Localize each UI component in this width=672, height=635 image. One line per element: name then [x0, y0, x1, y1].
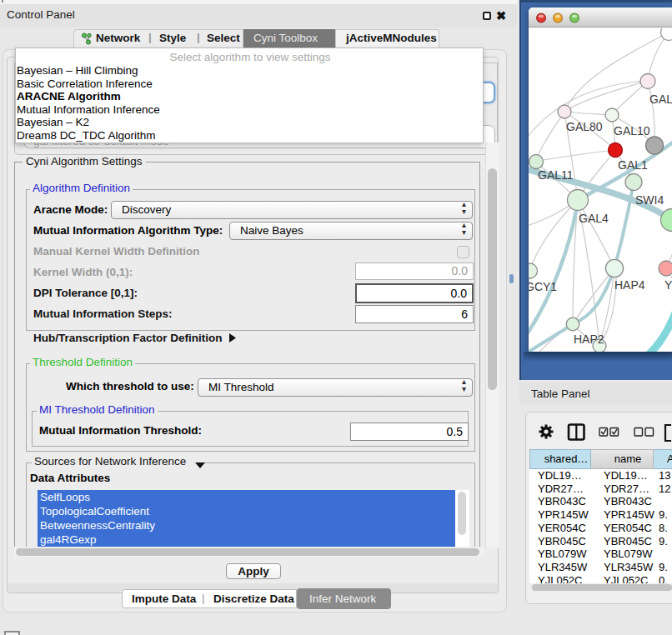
svg-text:SWI4: SWI4 [635, 193, 664, 207]
svg-text:Y: Y [664, 278, 672, 292]
svg-text:HAP2: HAP2 [574, 332, 604, 346]
svg-text:GAL11: GAL11 [538, 168, 574, 182]
svg-text:GAL80: GAL80 [566, 120, 603, 133]
svg-text:GCY1: GCY1 [529, 280, 557, 293]
svg-text:GAL10: GAL10 [614, 124, 650, 138]
svg-text:GAL1: GAL1 [618, 158, 648, 172]
svg-text:HAP4: HAP4 [614, 278, 645, 292]
svg-text:GAL7: GAL7 [649, 92, 672, 106]
svg-text:GAL4: GAL4 [579, 212, 609, 225]
